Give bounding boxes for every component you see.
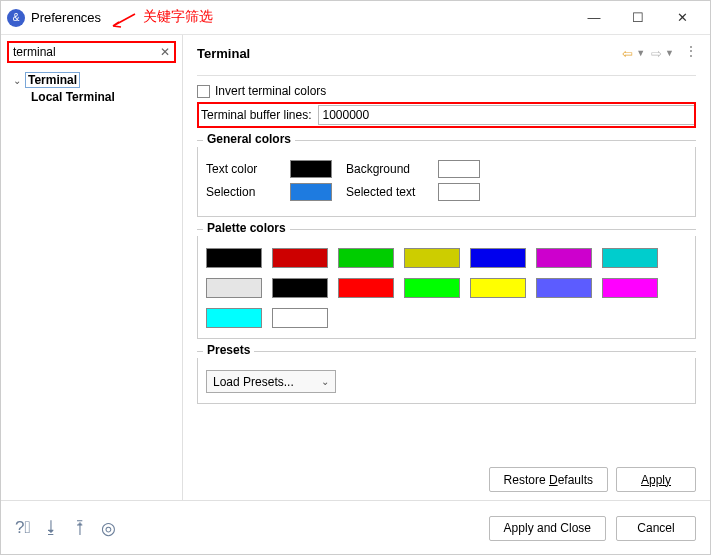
palette-swatch-14[interactable] [206,308,262,328]
palette-swatch-8[interactable] [272,278,328,298]
presets-title: Presets [203,343,254,357]
record-icon[interactable]: ◎ [101,518,116,539]
palette-swatch-10[interactable] [404,278,460,298]
selected-text-label: Selected text [346,185,430,199]
search-input[interactable] [9,43,174,61]
load-presets-dropdown[interactable]: Load Presets... ⌄ [206,370,336,393]
clear-search-icon[interactable]: ✕ [160,45,170,59]
export-icon[interactable]: ⭱ [72,518,89,538]
general-colors-title: General colors [203,132,295,146]
palette-swatch-2[interactable] [338,248,394,268]
footer: ?⃝ ⭳ ⭱ ◎ Apply and Close Cancel [1,500,710,555]
chevron-down-icon: ⌄ [13,75,21,86]
palette-swatch-5[interactable] [536,248,592,268]
preferences-tree: ⌄ Terminal Local Terminal [1,69,182,105]
chevron-down-icon: ⌄ [321,376,329,387]
help-icon[interactable]: ?⃝ [15,518,31,538]
restore-defaults-button[interactable]: Restore Defaults [489,467,608,492]
palette-swatch-4[interactable] [470,248,526,268]
background-label: Background [346,162,430,176]
palette-swatch-6[interactable] [602,248,658,268]
import-icon[interactable]: ⭳ [43,518,60,538]
palette-swatch-13[interactable] [602,278,658,298]
palette-swatch-11[interactable] [470,278,526,298]
minimize-button[interactable]: — [572,2,616,34]
app-icon: & [7,9,25,27]
selection-label: Selection [206,185,282,199]
palette-swatch-12[interactable] [536,278,592,298]
titlebar: & Preferences 关键字筛选 — ☐ ✕ [1,1,710,35]
back-icon[interactable]: ⇦ [622,46,633,61]
text-color-label: Text color [206,162,282,176]
palette-colors-title: Palette colors [203,221,290,235]
annotation-text: 关键字筛选 [111,4,213,30]
palette-grid [206,248,687,328]
footer-icons: ?⃝ ⭳ ⭱ ◎ [15,518,116,539]
palette-swatch-7[interactable] [206,278,262,298]
buffer-lines-input[interactable] [318,105,695,125]
cancel-button[interactable]: Cancel [616,516,696,541]
text-color-swatch[interactable] [290,160,332,178]
tree-item-terminal[interactable]: ⌄ Terminal [13,71,182,89]
palette-swatch-0[interactable] [206,248,262,268]
tree-label: Terminal [25,72,80,88]
palette-swatch-3[interactable] [404,248,460,268]
page-title: Terminal [197,46,250,61]
palette-swatch-1[interactable] [272,248,328,268]
apply-and-close-button[interactable]: Apply and Close [489,516,606,541]
content-panel: Terminal ⇦ ▼ ⇨ ▼ Invert terminal colors … [183,35,710,500]
apply-button[interactable]: Apply [616,467,696,492]
invert-colors-label: Invert terminal colors [215,84,326,98]
invert-colors-checkbox[interactable]: Invert terminal colors [197,84,696,98]
sidebar: ✕ ⌄ Terminal Local Terminal [1,35,183,500]
background-swatch[interactable] [438,160,480,178]
search-field-wrap: ✕ [7,41,176,63]
tree-item-local-terminal[interactable]: Local Terminal [31,89,182,105]
forward-dropdown-icon[interactable]: ▼ [665,48,674,58]
window-controls: — ☐ ✕ [572,2,704,34]
back-dropdown-icon[interactable]: ▼ [636,48,645,58]
buffer-lines-label: Terminal buffer lines: [199,106,318,124]
selection-swatch[interactable] [290,183,332,201]
close-button[interactable]: ✕ [660,2,704,34]
load-presets-label: Load Presets... [213,375,294,389]
nav-buttons: ⇦ ▼ ⇨ ▼ [622,45,696,61]
maximize-button[interactable]: ☐ [616,2,660,34]
window-title: Preferences [31,10,101,25]
checkbox-icon [197,85,210,98]
selected-text-swatch[interactable] [438,183,480,201]
palette-swatch-9[interactable] [338,278,394,298]
forward-icon[interactable]: ⇨ [651,46,662,61]
page-menu-icon[interactable] [680,45,696,61]
buffer-lines-row: Terminal buffer lines: [197,102,696,128]
palette-swatch-15[interactable] [272,308,328,328]
